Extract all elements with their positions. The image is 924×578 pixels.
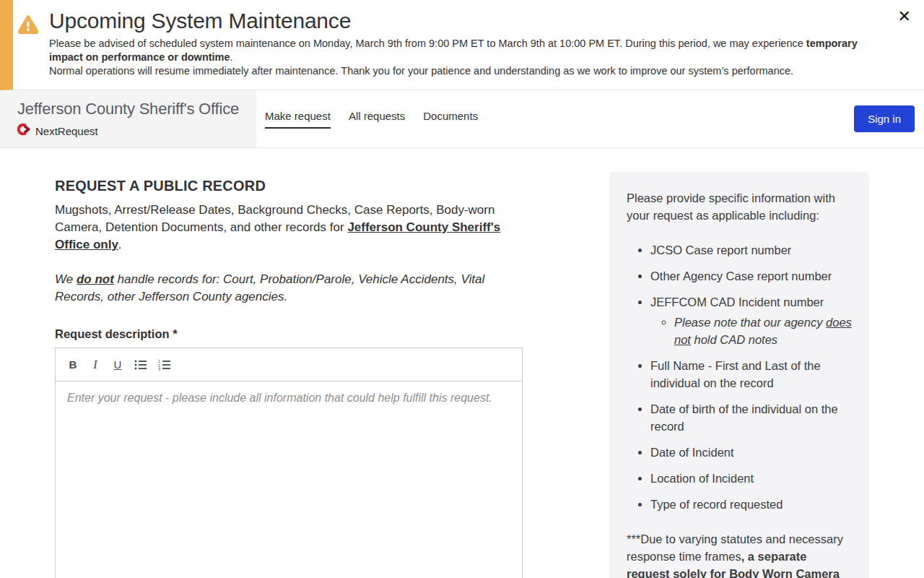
banner-message: Please be advised of scheduled system ma…	[49, 37, 885, 78]
exclusion-note-post: handle records for: Court, Probation/Par…	[55, 272, 484, 303]
nav-all-requests[interactable]: All requests	[349, 110, 405, 129]
brand-row: NextRequest	[17, 123, 249, 139]
sidebar-bullet-list: JCSO Case report number Other Agency Cas…	[627, 241, 852, 513]
banner-message-line2: Normal operations will resume immediatel…	[49, 65, 793, 77]
exclusion-note-pre: We	[55, 272, 77, 286]
editor-toolbar: B I U 1 2 3	[56, 348, 522, 381]
nav-make-request[interactable]: Make request	[265, 110, 331, 129]
banner-message-normal: Please be advised of scheduled system ma…	[49, 38, 806, 49]
banner-title: Upcoming System Maintenance	[49, 9, 895, 33]
numbered-list-icon[interactable]: 1 2 3	[158, 359, 171, 371]
list-item-text: JEFFCOM CAD Incident number	[650, 296, 824, 309]
cad-note-pre: Please note that our agency	[674, 316, 826, 329]
italic-icon[interactable]: I	[90, 359, 101, 371]
sidebar-intro: Please provide specific information with…	[627, 189, 852, 224]
list-item-note: Please note that our agency does not hol…	[674, 314, 852, 348]
list-item: JEFFCOM CAD Incident number Please note …	[650, 293, 852, 348]
footer-note-normal: ***Due to varying statutes and necessary…	[627, 532, 843, 563]
request-description-editor: B I U 1 2 3	[55, 348, 523, 578]
list-item: Full Name - First and Last of the indivi…	[650, 357, 852, 392]
request-description-input[interactable]	[56, 381, 522, 578]
list-item: JCSO Case report number	[650, 241, 852, 259]
sidebar-sub-list: Please note that our agency does not hol…	[650, 314, 852, 348]
page-title: REQUEST A PUBLIC RECORD	[55, 178, 523, 194]
sign-in-button[interactable]: Sign in	[854, 105, 915, 132]
required-asterisk: *	[173, 327, 177, 340]
intro-paragraph: Mugshots, Arrest/Release Dates, Backgrou…	[55, 202, 523, 254]
underline-icon[interactable]: U	[112, 359, 123, 370]
brand-name: NextRequest	[35, 125, 98, 137]
list-item: Type of record requested	[650, 496, 852, 513]
svg-text:3: 3	[158, 367, 160, 371]
maintenance-banner: Upcoming System Maintenance Please be ad…	[0, 0, 924, 90]
info-sidebar: Please provide specific information with…	[609, 172, 869, 578]
request-description-label: Request description *	[55, 327, 523, 341]
main-area: REQUEST A PUBLIC RECORD Mugshots, Arrest…	[0, 148, 924, 578]
nextrequest-logo-icon	[17, 123, 31, 139]
exclusion-note-emphasis: do not	[77, 272, 114, 286]
warning-icon	[17, 14, 39, 38]
bold-icon[interactable]: B	[67, 359, 79, 370]
exclusion-note: We do not handle records for: Court, Pro…	[55, 271, 523, 306]
nav-links: Make request All requests Documents	[265, 90, 478, 147]
request-description-label-text: Request description	[55, 327, 170, 340]
list-item: Location of Incident	[650, 470, 852, 487]
list-item: Date of birth of the individual on the r…	[650, 400, 852, 435]
nav-documents[interactable]: Documents	[423, 110, 478, 129]
request-form-column: REQUEST A PUBLIC RECORD Mugshots, Arrest…	[55, 172, 523, 578]
banner-message-period: .	[230, 51, 233, 63]
list-item: Date of Incident	[650, 444, 852, 461]
agency-name: Jefferson County Sheriff's Office	[17, 100, 249, 118]
agency-header: Jefferson County Sheriff's Office NextRe…	[0, 90, 256, 147]
cad-note-post: hold CAD notes	[691, 333, 777, 346]
sidebar-footer-note: ***Due to varying statutes and necessary…	[627, 530, 852, 578]
close-icon[interactable]: ✕	[895, 6, 914, 27]
bullet-list-icon[interactable]	[134, 359, 147, 371]
list-item: Other Agency Case report number	[650, 267, 852, 285]
intro-period: .	[118, 238, 122, 251]
top-navigation: Jefferson County Sheriff's Office NextRe…	[0, 90, 924, 148]
